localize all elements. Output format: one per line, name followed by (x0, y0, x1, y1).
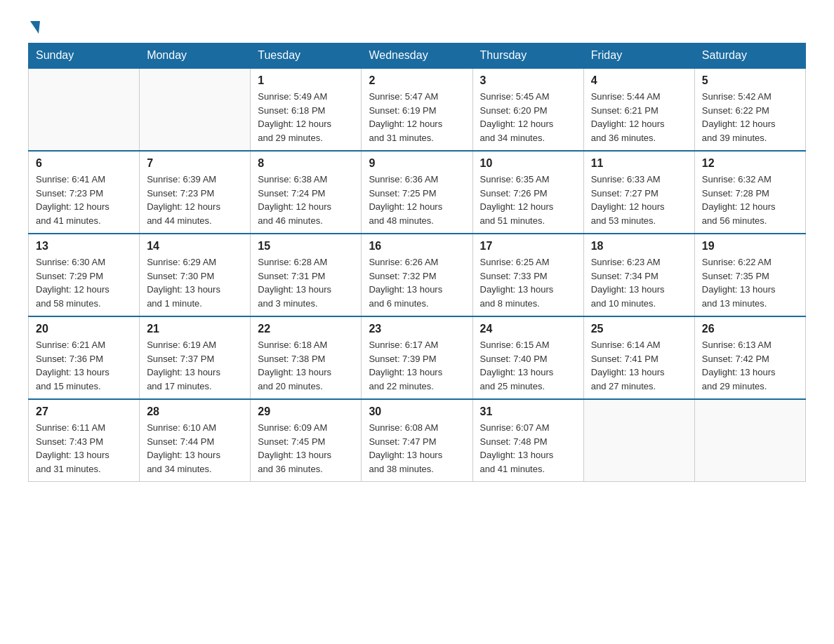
calendar-cell: 9Sunrise: 6:36 AM Sunset: 7:25 PM Daylig… (362, 151, 472, 234)
page-header (28, 21, 806, 36)
day-number: 16 (369, 240, 465, 253)
day-header-wednesday: Wednesday (362, 43, 472, 69)
day-number: 9 (369, 157, 465, 170)
day-info: Sunrise: 6:32 AM Sunset: 7:28 PM Dayligh… (702, 173, 798, 227)
day-info: Sunrise: 6:29 AM Sunset: 7:30 PM Dayligh… (147, 255, 243, 310)
calendar-cell: 2Sunrise: 5:47 AM Sunset: 6:19 PM Daylig… (362, 68, 472, 151)
day-header-tuesday: Tuesday (251, 43, 362, 69)
day-number: 6 (36, 157, 132, 170)
calendar-cell: 30Sunrise: 6:08 AM Sunset: 7:47 PM Dayli… (362, 399, 472, 482)
day-info: Sunrise: 5:49 AM Sunset: 6:18 PM Dayligh… (258, 90, 354, 145)
day-info: Sunrise: 6:33 AM Sunset: 7:27 PM Dayligh… (591, 173, 687, 227)
day-header-thursday: Thursday (472, 43, 583, 69)
day-number: 5 (702, 74, 798, 87)
day-info: Sunrise: 6:26 AM Sunset: 7:32 PM Dayligh… (369, 255, 465, 310)
calendar-week-row: 27Sunrise: 6:11 AM Sunset: 7:43 PM Dayli… (29, 399, 806, 482)
day-number: 8 (258, 157, 354, 170)
calendar-cell: 20Sunrise: 6:21 AM Sunset: 7:36 PM Dayli… (29, 316, 140, 399)
calendar-cell: 1Sunrise: 5:49 AM Sunset: 6:18 PM Daylig… (251, 68, 362, 151)
day-number: 1 (258, 74, 354, 87)
calendar-cell: 27Sunrise: 6:11 AM Sunset: 7:43 PM Dayli… (29, 399, 140, 482)
day-info: Sunrise: 6:22 AM Sunset: 7:35 PM Dayligh… (702, 255, 798, 310)
day-info: Sunrise: 6:07 AM Sunset: 7:48 PM Dayligh… (480, 421, 576, 476)
day-info: Sunrise: 6:36 AM Sunset: 7:25 PM Dayligh… (369, 173, 465, 227)
calendar-cell: 5Sunrise: 5:42 AM Sunset: 6:22 PM Daylig… (694, 68, 805, 151)
day-info: Sunrise: 6:23 AM Sunset: 7:34 PM Dayligh… (591, 255, 687, 310)
calendar-cell: 21Sunrise: 6:19 AM Sunset: 7:37 PM Dayli… (140, 316, 251, 399)
calendar-cell: 7Sunrise: 6:39 AM Sunset: 7:23 PM Daylig… (140, 151, 251, 234)
day-number: 26 (702, 323, 798, 335)
day-info: Sunrise: 5:44 AM Sunset: 6:21 PM Dayligh… (591, 90, 687, 145)
day-info: Sunrise: 6:21 AM Sunset: 7:36 PM Dayligh… (36, 338, 132, 393)
day-number: 21 (147, 323, 243, 335)
day-info: Sunrise: 6:15 AM Sunset: 7:40 PM Dayligh… (480, 338, 576, 393)
day-number: 2 (369, 74, 465, 87)
day-info: Sunrise: 6:18 AM Sunset: 7:38 PM Dayligh… (258, 338, 354, 393)
calendar-cell: 19Sunrise: 6:22 AM Sunset: 7:35 PM Dayli… (694, 234, 805, 316)
day-number: 24 (480, 323, 576, 335)
day-number: 22 (258, 323, 354, 335)
day-number: 29 (258, 405, 354, 418)
day-number: 17 (480, 240, 576, 253)
day-number: 10 (480, 157, 576, 170)
calendar-table: SundayMondayTuesdayWednesdayThursdayFrid… (28, 43, 806, 482)
day-header-friday: Friday (583, 43, 694, 69)
day-info: Sunrise: 6:13 AM Sunset: 7:42 PM Dayligh… (702, 338, 798, 393)
day-number: 15 (258, 240, 354, 253)
day-info: Sunrise: 6:25 AM Sunset: 7:33 PM Dayligh… (480, 255, 576, 310)
logo-arrow-icon (30, 21, 40, 34)
day-number: 30 (369, 405, 465, 418)
day-info: Sunrise: 6:38 AM Sunset: 7:24 PM Dayligh… (258, 173, 354, 227)
day-number: 25 (591, 323, 687, 335)
day-number: 7 (147, 157, 243, 170)
day-number: 12 (702, 157, 798, 170)
calendar-cell: 18Sunrise: 6:23 AM Sunset: 7:34 PM Dayli… (583, 234, 694, 316)
calendar-header-row: SundayMondayTuesdayWednesdayThursdayFrid… (29, 43, 806, 69)
calendar-cell: 4Sunrise: 5:44 AM Sunset: 6:21 PM Daylig… (583, 68, 694, 151)
day-info: Sunrise: 6:10 AM Sunset: 7:44 PM Dayligh… (147, 421, 243, 476)
calendar-cell: 29Sunrise: 6:09 AM Sunset: 7:45 PM Dayli… (251, 399, 362, 482)
day-number: 14 (147, 240, 243, 253)
calendar-cell: 6Sunrise: 6:41 AM Sunset: 7:23 PM Daylig… (29, 151, 140, 234)
calendar-cell: 13Sunrise: 6:30 AM Sunset: 7:29 PM Dayli… (29, 234, 140, 316)
day-number: 4 (591, 74, 687, 87)
day-info: Sunrise: 6:11 AM Sunset: 7:43 PM Dayligh… (36, 421, 132, 476)
day-number: 19 (702, 240, 798, 253)
day-info: Sunrise: 5:47 AM Sunset: 6:19 PM Dayligh… (369, 90, 465, 145)
day-info: Sunrise: 6:09 AM Sunset: 7:45 PM Dayligh… (258, 421, 354, 476)
day-info: Sunrise: 6:30 AM Sunset: 7:29 PM Dayligh… (36, 255, 132, 310)
calendar-week-row: 6Sunrise: 6:41 AM Sunset: 7:23 PM Daylig… (29, 151, 806, 234)
calendar-cell: 16Sunrise: 6:26 AM Sunset: 7:32 PM Dayli… (362, 234, 472, 316)
day-info: Sunrise: 6:17 AM Sunset: 7:39 PM Dayligh… (369, 338, 465, 393)
calendar-cell: 12Sunrise: 6:32 AM Sunset: 7:28 PM Dayli… (694, 151, 805, 234)
calendar-cell: 28Sunrise: 6:10 AM Sunset: 7:44 PM Dayli… (140, 399, 251, 482)
calendar-cell: 24Sunrise: 6:15 AM Sunset: 7:40 PM Dayli… (472, 316, 583, 399)
day-info: Sunrise: 6:28 AM Sunset: 7:31 PM Dayligh… (258, 255, 354, 310)
day-header-saturday: Saturday (694, 43, 805, 69)
day-info: Sunrise: 5:42 AM Sunset: 6:22 PM Dayligh… (702, 90, 798, 145)
day-header-sunday: Sunday (29, 43, 140, 69)
calendar-week-row: 20Sunrise: 6:21 AM Sunset: 7:36 PM Dayli… (29, 316, 806, 399)
logo (28, 21, 40, 36)
day-info: Sunrise: 6:39 AM Sunset: 7:23 PM Dayligh… (147, 173, 243, 227)
calendar-cell (140, 68, 251, 151)
day-info: Sunrise: 6:41 AM Sunset: 7:23 PM Dayligh… (36, 173, 132, 227)
day-number: 20 (36, 323, 132, 335)
day-number: 11 (591, 157, 687, 170)
day-info: Sunrise: 6:14 AM Sunset: 7:41 PM Dayligh… (591, 338, 687, 393)
calendar-cell: 10Sunrise: 6:35 AM Sunset: 7:26 PM Dayli… (472, 151, 583, 234)
calendar-cell: 11Sunrise: 6:33 AM Sunset: 7:27 PM Dayli… (583, 151, 694, 234)
day-number: 28 (147, 405, 243, 418)
calendar-cell: 17Sunrise: 6:25 AM Sunset: 7:33 PM Dayli… (472, 234, 583, 316)
day-number: 18 (591, 240, 687, 253)
day-number: 31 (480, 405, 576, 418)
day-info: Sunrise: 6:08 AM Sunset: 7:47 PM Dayligh… (369, 421, 465, 476)
calendar-cell: 3Sunrise: 5:45 AM Sunset: 6:20 PM Daylig… (472, 68, 583, 151)
day-number: 3 (480, 74, 576, 87)
day-number: 13 (36, 240, 132, 253)
calendar-cell (583, 399, 694, 482)
calendar-cell: 14Sunrise: 6:29 AM Sunset: 7:30 PM Dayli… (140, 234, 251, 316)
calendar-cell: 15Sunrise: 6:28 AM Sunset: 7:31 PM Dayli… (251, 234, 362, 316)
calendar-week-row: 13Sunrise: 6:30 AM Sunset: 7:29 PM Dayli… (29, 234, 806, 316)
calendar-cell (29, 68, 140, 151)
